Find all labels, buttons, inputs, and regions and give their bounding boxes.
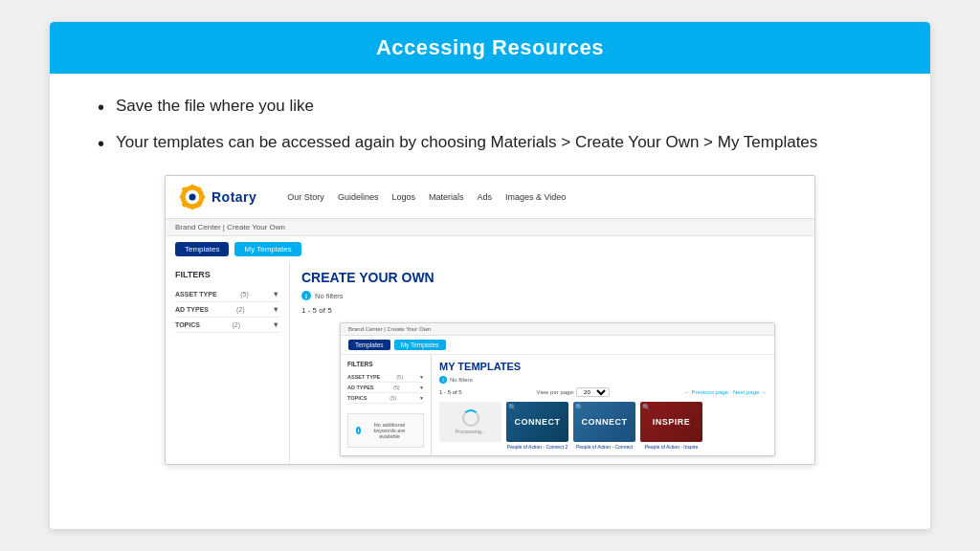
thumb-wrapper-connect2[interactable]: 🔍 CONNECT People of Action - Connect — [573, 402, 635, 450]
svg-rect-4 — [180, 196, 184, 199]
filter-ad-types[interactable]: AD TYPES (2) ▼ — [175, 302, 279, 318]
filters-title: FILTERS — [175, 270, 279, 279]
slide-body: Save the file where you like Your templa… — [50, 74, 930, 474]
thumb-wrapper-inspire[interactable]: 🔍 INSPIRE People of Action - Inspire — [640, 402, 702, 450]
rotary-nav: Rotary Our Story Guidelines Logos Materi… — [166, 176, 814, 219]
svg-point-1 — [189, 194, 196, 201]
main-screenshot: Rotary Our Story Guidelines Logos Materi… — [165, 175, 815, 465]
slide: Accessing Resources Save the file where … — [50, 22, 930, 529]
inner-no-filters: i No filters — [439, 376, 767, 384]
svg-rect-3 — [191, 206, 194, 209]
thumb-connect1: 🔍 CONNECT — [506, 402, 568, 442]
inner-thumbnails: Processing... 🔍 CONNECT — [439, 402, 767, 450]
rotary-logo-text: Rotary — [212, 189, 256, 205]
inner-results-row: 1 - 5 of 5 View per page: 20 ← Previous — [439, 387, 767, 397]
view-per-page: View per page: 20 — [537, 387, 611, 397]
my-templates-title: MY TEMPLATES — [439, 361, 767, 372]
nav-logos[interactable]: Logos — [391, 192, 415, 202]
tab-my-templates[interactable]: My Templates — [234, 242, 301, 256]
search-icon-3: 🔍 — [642, 404, 651, 411]
bullet-list: Save the file where you like Your templa… — [98, 95, 882, 158]
bullet-item-2: Your templates can be accessed again by … — [98, 131, 882, 158]
sidebar: FILTERS ASSET TYPE (5) ▼ AD TYPES (2) ▼ … — [166, 262, 290, 464]
slide-title: Accessing Resources — [69, 35, 911, 60]
inner-info-icon: i — [356, 427, 361, 434]
per-page-select[interactable]: 20 — [576, 387, 610, 397]
inner-filter-topics[interactable]: TOPICS (5) ▼ — [347, 393, 424, 404]
inner-content: MY TEMPLATES i No filters 1 - 5 of 5 Vie… — [432, 355, 774, 455]
inner-main-area: FILTERS ASSET TYPE (5) ▼ AD TYPES (5) ▼ — [341, 355, 774, 455]
inner-tab-bar: Templates My Templates — [341, 336, 774, 355]
search-icon-1: 🔍 — [508, 404, 517, 411]
no-filters-badge: i No filters — [301, 291, 803, 300]
nav-materials[interactable]: Materials — [429, 192, 464, 202]
info-icon: i — [301, 291, 311, 300]
results-count: 1 - 5 of 5 — [301, 306, 803, 315]
processing-spinner-icon — [462, 409, 479, 427]
thumb-wrapper-connect1[interactable]: 🔍 CONNECT People of Action - Connect 2 — [506, 402, 568, 450]
inner-brand-bar: Brand Center | Create Your Own — [341, 323, 774, 336]
filter-topics[interactable]: TOPICS (2) ▼ — [175, 318, 279, 333]
main-area: FILTERS ASSET TYPE (5) ▼ AD TYPES (2) ▼ … — [166, 262, 814, 464]
nav-our-story[interactable]: Our Story — [287, 192, 324, 202]
inner-filter-ad-types[interactable]: AD TYPES (5) ▼ — [347, 383, 424, 393]
thumb-connect2: 🔍 CONNECT — [573, 402, 635, 442]
thumb-processing: Processing... — [439, 402, 501, 442]
processing-text: Processing... — [456, 429, 486, 434]
search-icon-2: 🔍 — [575, 404, 584, 411]
thumb-caption-inspire: People of Action - Inspire — [645, 444, 699, 450]
inner-sidebar: FILTERS ASSET TYPE (5) ▼ AD TYPES (5) ▼ — [341, 355, 432, 455]
content-right: CREATE YOUR OWN i No filters 1 - 5 of 5 … — [290, 262, 814, 464]
inner-no-additional-notice: i No additional keywords are available — [347, 413, 424, 448]
slide-header: Accessing Resources — [50, 22, 930, 74]
create-your-own-title: CREATE YOUR OWN — [301, 270, 803, 285]
filter-asset-type[interactable]: ASSET TYPE (5) ▼ — [175, 287, 279, 302]
rotary-gear-icon — [179, 184, 206, 210]
thumb-caption-connect1: People of Action - Connect 2 — [507, 444, 568, 450]
svg-rect-5 — [201, 196, 205, 199]
nav-images-video[interactable]: Images & Video — [505, 192, 566, 202]
nav-ads[interactable]: Ads — [477, 192, 492, 202]
inner-no-filters-icon: i — [439, 376, 447, 384]
inner-tab-templates[interactable]: Templates — [348, 340, 390, 350]
tab-templates[interactable]: Templates — [175, 242, 229, 256]
bullet-item-1: Save the file where you like — [98, 95, 882, 121]
tab-bar: Templates My Templates — [166, 236, 814, 262]
inner-screenshot: Brand Center | Create Your Own Templates… — [340, 322, 775, 456]
nav-links: Our Story Guidelines Logos Materials Ads… — [287, 192, 566, 202]
svg-rect-2 — [191, 185, 194, 188]
inner-filters-title: FILTERS — [347, 361, 424, 367]
nav-guidelines[interactable]: Guidelines — [338, 192, 379, 202]
rotary-logo: Rotary — [179, 184, 256, 210]
thumb-inspire: 🔍 INSPIRE — [640, 402, 702, 442]
inner-filter-asset-type[interactable]: ASSET TYPE (5) ▼ — [347, 372, 424, 383]
thumb-caption-connect2: People of Action - Connect — [576, 444, 633, 450]
brand-center-bar: Brand Center | Create Your Own — [166, 219, 814, 236]
thumb-wrapper-processing: Processing... — [439, 402, 501, 450]
inner-tab-my-templates[interactable]: My Templates — [394, 340, 446, 350]
pagination: ← Previous page Next page → — [684, 389, 767, 395]
